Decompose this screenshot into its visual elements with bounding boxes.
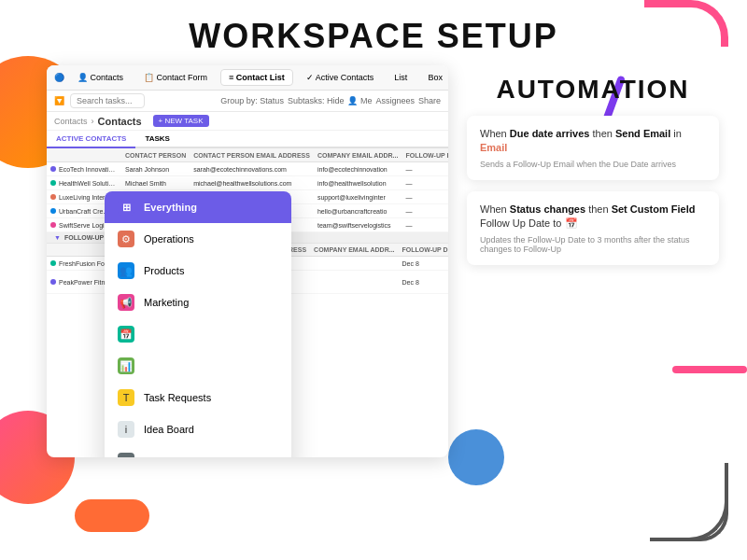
company-email: support@luxelivinginter xyxy=(314,190,402,204)
everything-icon: ⊞ xyxy=(118,199,134,216)
action-set-custom-field: Set Custom Field xyxy=(612,203,696,215)
subtab-tasks[interactable]: TASKS xyxy=(135,131,179,148)
follow-up-date: — xyxy=(402,190,448,204)
dropdown-item-taskrequests[interactable]: T Task Requests xyxy=(105,382,291,413)
contact-person: Michael Smith xyxy=(121,176,190,190)
marketing-icon: 📢 xyxy=(118,294,134,311)
crm-tab-contactlist[interactable]: ≡ Contact List xyxy=(220,69,293,86)
trigger-due-date: Due date arrives xyxy=(510,128,590,139)
col-contact-name xyxy=(47,148,121,162)
contacts-icon: 👤 xyxy=(78,73,88,82)
follow-up-date: Dec 8 xyxy=(399,257,448,271)
dropdown-item-4[interactable]: 📅 xyxy=(105,318,291,350)
action-email-target: Email xyxy=(480,142,507,153)
trigger-when2: When xyxy=(480,203,510,215)
products-icon: 👥 xyxy=(118,262,134,279)
new-task-button[interactable]: + NEW TASK xyxy=(153,115,209,127)
contact-email: michael@healthwellsolutions.com xyxy=(190,176,314,190)
col-company-email[interactable]: COMPANY EMAIL ADDR... xyxy=(310,244,398,257)
col-follow-up[interactable]: FOLLOW-UP DATE xyxy=(399,244,448,257)
action-send-email: Send Email xyxy=(615,128,670,139)
dropdown-item-products[interactable]: 👥 Products xyxy=(105,255,291,287)
chart-icon: 📊 xyxy=(118,357,134,374)
search-input[interactable] xyxy=(70,93,145,108)
crm-panel: 🔵 👤 Contacts 📋 Contact Form ≡ Contact Li… xyxy=(47,65,448,457)
task-icon: T xyxy=(118,389,134,406)
breadcrumb-parent: Contacts xyxy=(54,117,88,126)
automation-title: AUTOMATION xyxy=(467,75,719,105)
crm-toolbar: 🔽 Group by: Status Subtasks: Hide 👤 Me A… xyxy=(47,91,448,112)
dropdown-item-label: Everything xyxy=(144,202,197,213)
dropdown-item-deliveries[interactable]: D Deliveries xyxy=(105,445,291,457)
dropdown-item-5[interactable]: 📊 xyxy=(105,350,291,382)
crm-tab-box[interactable]: Box xyxy=(420,70,448,85)
trigger-status-changes: Status changes xyxy=(510,203,585,215)
table-row: HealthWell Solutions Michael Smith micha… xyxy=(47,176,448,190)
share-button[interactable]: Share xyxy=(418,96,441,105)
browser-icon: 🔵 xyxy=(54,73,64,82)
row-color xyxy=(50,194,56,200)
company-email xyxy=(310,271,398,294)
automation-card-1: When Due date arrives then Send Email in… xyxy=(467,116,719,180)
field-label: Follow Up Date xyxy=(480,217,553,229)
crm-tab-list[interactable]: List xyxy=(387,70,415,85)
action-to: to xyxy=(553,217,564,229)
dropdown-item-operations[interactable]: ⚙ Operations xyxy=(105,223,291,255)
crm-tabbar: 🔵 👤 Contacts 📋 Contact Form ≡ Contact Li… xyxy=(47,65,448,91)
deliveries-icon: D xyxy=(118,453,134,457)
contact-person: Sarah Johnson xyxy=(121,162,190,176)
table-row: EcoTech Innovations Sarah Johnson sarah@… xyxy=(47,162,448,176)
crm-tab-activecontacts[interactable]: ✓ Active Contacts xyxy=(299,70,382,85)
dropdown-item-label: Idea Board xyxy=(144,424,194,435)
follow-up-date: Dec 8 xyxy=(399,271,448,294)
row-color xyxy=(50,208,56,214)
row-color xyxy=(50,279,56,285)
subtab-active-contacts[interactable]: ACTIVE CONTACTS xyxy=(47,131,135,148)
col-follow-up[interactable]: FOLLOW-UP DATE xyxy=(402,148,448,162)
automation-card-2: When Status changes then Set Custom Fiel… xyxy=(467,191,719,265)
dropdown-item-label: Task Requests xyxy=(144,392,211,403)
row-color xyxy=(50,260,56,266)
trigger-then: then xyxy=(592,128,614,139)
dropdown-item-label: Products xyxy=(144,265,184,276)
action-prep: in xyxy=(673,128,682,139)
follow-up-date: — xyxy=(402,218,448,232)
dropdown-item-ideaboard[interactable]: i Idea Board xyxy=(105,413,291,445)
automation-card-1-title: When Due date arrives then Send Email in… xyxy=(480,127,706,156)
col-email[interactable]: CONTACT PERSON EMAIL ADDRESS xyxy=(190,148,314,162)
calendar-icon: 📅 xyxy=(118,326,134,343)
crm-tab-contacts[interactable]: 👤 Contacts xyxy=(70,70,131,85)
row-color xyxy=(50,166,56,172)
follow-up-date: — xyxy=(402,162,448,176)
action-then2: then xyxy=(588,203,611,215)
col-company-email[interactable]: COMPANY EMAIL ADDR... xyxy=(314,148,402,162)
company-email: team@swiftservelogistics xyxy=(314,218,402,232)
trigger-when: When xyxy=(480,128,510,139)
dropdown-item-label: Deliveries xyxy=(144,455,189,457)
company-email: info@ecotechinnovation xyxy=(314,162,402,176)
dropdown-item-marketing[interactable]: 📢 Marketing xyxy=(105,287,291,318)
follow-up-date: — xyxy=(402,176,448,190)
crm-breadcrumb: Contacts › Contacts + NEW TASK xyxy=(47,112,448,131)
company-email: info@healthwellsolution xyxy=(314,176,402,190)
form-icon: 📋 xyxy=(144,73,154,82)
row-color xyxy=(50,222,56,228)
assignees-filter[interactable]: Assignees xyxy=(375,96,415,105)
dropdown-item-everything[interactable]: ⊞ Everything xyxy=(105,191,291,223)
check-icon: ✓ xyxy=(306,73,314,82)
list-icon: ≡ xyxy=(229,73,233,82)
col-contact-person[interactable]: CONTACT PERSON xyxy=(121,148,190,162)
subtasks-toggle[interactable]: Subtasks: Hide xyxy=(288,96,345,105)
section-label-text: ▼ xyxy=(54,234,61,241)
crm-tab-contactform[interactable]: 📋 Contact Form xyxy=(136,70,215,85)
company-email: hello@urbancraftcreatio xyxy=(314,204,402,218)
toolbar-options: Group by: Status Subtasks: Hide 👤 Me Ass… xyxy=(220,96,441,105)
filter-icon: 🔽 xyxy=(54,96,64,105)
dropdown-item-label: Marketing xyxy=(144,297,189,308)
group-by-status[interactable]: Group by: Status xyxy=(220,96,284,105)
crm-subtabs: ACTIVE CONTACTS TASKS xyxy=(47,131,448,148)
automation-card-2-title: When Status changes then Set Custom Fiel… xyxy=(480,203,706,231)
automation-card-2-desc: Updates the Follow-Up Date to 3 months a… xyxy=(480,235,706,254)
company-email xyxy=(310,257,398,271)
me-filter[interactable]: 👤 Me xyxy=(347,96,372,105)
